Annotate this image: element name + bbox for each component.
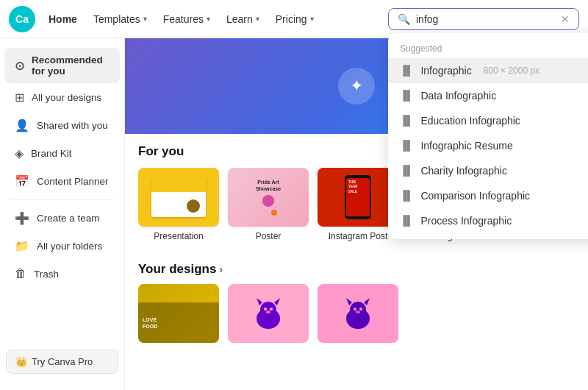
template-card-presentation[interactable]: Presentation (138, 168, 219, 241)
try-pro-button[interactable]: 👑 Try Canva Pro (6, 350, 118, 374)
search-icon: 🔍 (398, 13, 410, 25)
svg-point-12 (359, 308, 362, 311)
home-icon: ⊙ (15, 59, 24, 73)
nav-links: Home Templates ▾ Features ▾ Learn ▾ Pric… (41, 9, 321, 29)
bar-chart-icon: ▐▌ (400, 190, 413, 201)
sidebar-item-brand-kit[interactable]: ◈ Brand Kit (4, 140, 120, 167)
presentation-screen (151, 177, 206, 217)
presentation-label: Presentation (154, 231, 203, 241)
svg-marker-3 (274, 298, 280, 305)
instagram-label: Instagram Post (329, 231, 388, 241)
svg-point-8 (350, 302, 366, 318)
svg-point-13 (356, 311, 360, 313)
nav-home[interactable]: Home (41, 9, 85, 29)
sidebar: ⊙ Recommended for you ⊞ All your designs… (0, 38, 125, 390)
sidebar-nav: ⊙ Recommended for you ⊞ All your designs… (0, 47, 124, 342)
poster-label: Poster (256, 231, 282, 241)
chevron-down-icon: ▾ (310, 15, 314, 23)
search-input[interactable] (416, 13, 555, 25)
svg-marker-2 (257, 298, 262, 305)
template-card-instagram[interactable]: THISYEARSALE Instagram Post (318, 168, 398, 241)
search-dropdown: Suggested ▐▌ Infographic 800 × 2000 px ▐… (388, 33, 588, 239)
bar-chart-icon: ▐▌ (400, 165, 413, 176)
bar-chart-icon: ▐▌ (400, 90, 413, 101)
sidebar-item-recommended[interactable]: ⊙ Recommended for you (4, 48, 120, 83)
dropdown-item-infographic[interactable]: ▐▌ Infographic 800 × 2000 px (388, 58, 588, 83)
template-card-poster[interactable]: Pride ArtShowcase Poster (228, 168, 309, 241)
design-card-2[interactable] (228, 284, 309, 343)
nav-features[interactable]: Features ▾ (156, 9, 218, 29)
chevron-down-icon: ▾ (207, 15, 210, 23)
dropdown-item-data-infographic[interactable]: ▐▌ Data Infographic (388, 83, 588, 108)
calendar-icon: 📅 (15, 174, 29, 188)
grid-icon: ⊞ (15, 91, 24, 104)
cat-svg-2 (342, 295, 374, 332)
your-designs-title: Your designs › (138, 262, 575, 277)
sidebar-item-folders[interactable]: 📁 All your folders (4, 233, 120, 260)
bar-chart-icon: ▐▌ (400, 115, 413, 126)
dropdown-item-infographic-resume[interactable]: ▐▌ Infographic Resume (388, 133, 588, 158)
svg-point-6 (266, 311, 270, 313)
dropdown-item-process-infographic[interactable]: ▐▌ Process Infographic (388, 208, 588, 233)
sidebar-item-content-planner[interactable]: 📅 Content Planner (4, 168, 120, 195)
bar-chart-icon: ▐▌ (400, 65, 413, 76)
instagram-thumb: THISYEARSALE (318, 168, 398, 227)
bar-chart-icon: ▐▌ (400, 140, 413, 151)
chevron-down-icon: ▾ (143, 15, 147, 23)
sidebar-wrapper: ⊙ Recommended for you ⊞ All your designs… (0, 47, 124, 381)
chevron-down-icon: ▾ (256, 15, 259, 23)
sidebar-item-all-designs[interactable]: ⊞ All your designs (4, 84, 120, 111)
chevron-right-icon: › (219, 263, 223, 275)
person-icon: 👤 (15, 118, 29, 132)
sidebar-bottom: 👑 Try Canva Pro (0, 342, 124, 381)
your-designs-section: Your designs › LOVEFOOD (125, 252, 588, 353)
dropdown-item-comparison-infographic[interactable]: ▐▌ Comparison Infographic (388, 183, 588, 208)
search-wrapper: 🔍 ✕ Suggested ▐▌ Infographic 800 × 2000 … (388, 8, 579, 30)
design-card-1[interactable]: LOVEFOOD (138, 284, 219, 343)
dropdown-item-charity-infographic[interactable]: ▐▌ Charity Infographic (388, 158, 588, 183)
design-card-3[interactable] (318, 284, 398, 343)
crown-icon: 👑 (15, 356, 27, 367)
canva-logo[interactable]: Ca (9, 6, 35, 32)
svg-point-1 (260, 302, 276, 318)
navbar: Ca Home Templates ▾ Features ▾ Learn ▾ P… (0, 0, 588, 38)
sidebar-item-create-team[interactable]: ➕ Create a team (4, 205, 120, 232)
nav-pricing[interactable]: Pricing ▾ (268, 9, 321, 29)
add-icon: ➕ (15, 211, 29, 225)
svg-marker-10 (364, 298, 370, 305)
poster-thumb: Pride ArtShowcase (228, 168, 309, 227)
svg-point-5 (270, 308, 273, 311)
nav-learn[interactable]: Learn ▾ (219, 9, 267, 29)
nav-templates[interactable]: Templates ▾ (86, 9, 154, 29)
trash-icon: 🗑 (15, 267, 26, 280)
dropdown-section-label: Suggested (388, 39, 588, 58)
presentation-thumb (138, 168, 219, 227)
bar-chart-icon: ▐▌ (400, 215, 413, 226)
svg-point-4 (264, 308, 267, 311)
your-design-cards: LOVEFOOD (138, 284, 575, 343)
svg-point-11 (354, 308, 356, 311)
folder-icon: 📁 (15, 239, 29, 253)
search-bar: 🔍 ✕ (388, 8, 579, 30)
clear-search-button[interactable]: ✕ (561, 13, 570, 25)
dropdown-item-education-infographic[interactable]: ▐▌ Education Infographic (388, 108, 588, 133)
brand-icon: ◈ (15, 146, 24, 160)
sidebar-item-trash[interactable]: 🗑 Trash (4, 260, 120, 287)
sparkle-icon: ✦ (338, 68, 375, 104)
sidebar-item-shared[interactable]: 👤 Shared with you (4, 112, 120, 139)
svg-marker-9 (346, 298, 352, 305)
cat-svg (252, 295, 284, 332)
sidebar-divider (10, 199, 114, 200)
